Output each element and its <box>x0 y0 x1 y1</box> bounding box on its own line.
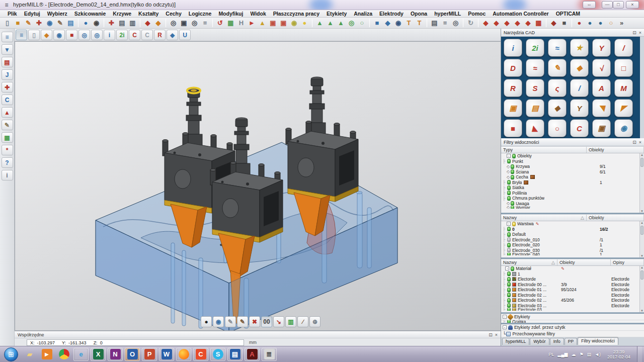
cad-tool-button[interactable]: / <box>570 79 589 97</box>
tree-row[interactable]: ◇ Ściana 6/1 <box>501 169 644 175</box>
tree-row[interactable]: ├ 0 16/2 <box>501 227 644 232</box>
taskbar-app-button[interactable]: P <box>142 348 157 361</box>
tree-row[interactable]: ├ Electrode 00 ... 3/9 Electorde <box>501 282 644 288</box>
tree-row[interactable]: ◇ Uwaga <box>501 201 644 207</box>
visibility-bulb-icon[interactable] <box>507 186 511 190</box>
menu-item[interactable]: Cechy <box>162 11 185 17</box>
menu-item[interactable]: Elektrody <box>376 11 407 17</box>
visibility-bulb-icon[interactable] <box>507 248 511 252</box>
toolbar-icon[interactable]: ▲ <box>336 19 346 28</box>
visibility-bulb-icon[interactable] <box>507 288 511 292</box>
visibility-bulb-icon[interactable] <box>507 293 511 297</box>
cad-tool-button[interactable]: ▤ <box>526 99 544 117</box>
toolbar-button[interactable]: ▯ <box>28 30 40 40</box>
cad-tool-button[interactable]: √ <box>592 59 611 77</box>
visibility-bulb-icon[interactable] <box>511 164 514 169</box>
expand-icon[interactable]: - <box>507 154 511 158</box>
tree-row[interactable]: ├ Electrode_020 1 <box>501 242 644 248</box>
taskbar-app-button[interactable]: W <box>159 348 174 361</box>
tree-row[interactable]: ├ Bryła 1 <box>501 180 644 186</box>
show-desktop-button[interactable] <box>637 346 642 362</box>
dock-tab[interactable]: Wybór <box>530 338 549 345</box>
menu-item[interactable]: Wybierz <box>44 11 71 17</box>
filters-column-header[interactable]: Typy Obiekty <box>501 146 644 153</box>
visibility-bulb-icon[interactable] <box>507 298 511 303</box>
tree-row[interactable]: - Warstwa ✎ <box>501 221 644 227</box>
layers-column-header[interactable]: Nazwy△ Obiekty <box>501 214 644 221</box>
toolbar-icon[interactable]: ◉ <box>289 19 299 28</box>
dock-tab[interactable]: Filtry widoczności <box>578 337 618 345</box>
visibility-bulb-icon[interactable] <box>507 237 511 242</box>
toolbar-icon[interactable]: ▲ <box>315 19 325 28</box>
tree-row[interactable]: ◇ Krzywa 9/1 <box>501 164 644 169</box>
viewport-tool-button[interactable]: 00 <box>261 316 272 327</box>
cad-tool-button[interactable]: ≈ <box>526 59 544 77</box>
tray-icon[interactable]: ◄) <box>595 352 601 357</box>
menu-item[interactable]: Płaszczyzna pracy <box>270 11 323 17</box>
tree-row[interactable]: ├ Chmura punktów <box>501 196 644 201</box>
user-labels-group[interactable]: - Etykiety zdef. przez użytk <box>501 324 644 331</box>
visibility-bulb-icon[interactable] <box>511 206 514 209</box>
visibility-bulb-icon[interactable] <box>511 266 514 271</box>
toolbar-icon[interactable]: ▦ <box>226 19 235 28</box>
tree-row[interactable]: ├ Electorde Electorde <box>501 277 644 282</box>
tree-row[interactable]: ├ 1 <box>501 272 644 277</box>
tree-row[interactable]: ├ Electrode_030 /1 <box>501 248 644 253</box>
visibility-bulb-icon[interactable] <box>507 308 511 311</box>
cad-tool-button[interactable]: / <box>614 39 633 57</box>
toolbar-icon[interactable]: T <box>404 19 414 28</box>
toolbar-icon[interactable]: ◆ <box>523 19 533 28</box>
toolbar-icon[interactable]: ↻ <box>466 19 475 28</box>
language-indicator[interactable]: PL <box>548 352 554 357</box>
cad-tool-button[interactable]: □ <box>614 59 633 77</box>
cad-tool-button[interactable]: Y <box>592 39 611 57</box>
taskbar-app-button[interactable]: C <box>193 348 208 361</box>
cad-tool-button[interactable]: ς <box>548 79 567 97</box>
menu-item[interactable]: Kształty <box>135 11 162 17</box>
menu-item[interactable]: Analiza <box>350 11 376 17</box>
coordinates-field[interactable]: X: -103.297 Y: -161.343 Z: 0 <box>27 339 244 346</box>
tree-row[interactable]: ◇ Wymiar <box>501 206 644 209</box>
visibility-bulb-icon[interactable] <box>512 222 516 226</box>
dock-tab[interactable]: Info <box>550 338 564 345</box>
scrollbar[interactable]: ▲▼ <box>639 266 644 312</box>
tray-icon[interactable]: ▂▄▆ <box>557 352 568 357</box>
toolbar-icon[interactable]: ◎ <box>347 19 356 28</box>
left-tool-button[interactable]: ▲ <box>2 107 13 118</box>
toolbar-icon[interactable]: ◎ <box>190 19 199 28</box>
expand-icon[interactable]: - <box>505 266 509 270</box>
cad-tool-button[interactable]: ★ <box>570 39 589 57</box>
toolbar-icon[interactable]: ▲ <box>326 19 335 28</box>
toolbar-button[interactable]: R <box>154 30 166 40</box>
toolbar-icon[interactable]: ● <box>585 19 595 28</box>
toolbar-button[interactable]: ≡ <box>16 30 27 40</box>
visibility-bulb-icon[interactable] <box>507 303 511 308</box>
toolbar-icon[interactable]: ■ <box>559 19 569 28</box>
tree-row[interactable]: ├ Electrode 03 <box>501 308 644 311</box>
tree-row[interactable]: ◇ Cecha <box>501 174 644 180</box>
toolbar-button[interactable]: i <box>104 30 115 40</box>
left-tool-button[interactable]: ? <box>2 157 13 168</box>
menu-item[interactable]: Szkicowanie <box>71 11 109 17</box>
tree-row[interactable]: ├ Punkt <box>501 159 644 164</box>
tree-row[interactable]: ├ Siatka <box>501 185 644 191</box>
dock-tab[interactable]: hyperMILL <box>502 338 529 345</box>
toolbar-icon[interactable]: ○ <box>606 19 616 28</box>
toolbar-button[interactable]: ◎ <box>78 30 90 40</box>
viewport-tool-button[interactable]: ✎ <box>237 316 248 327</box>
viewport-tool-button[interactable]: ● <box>201 316 212 327</box>
cad-tool-button[interactable]: C <box>570 119 589 137</box>
toolbar-icon[interactable]: ◆ <box>513 19 522 28</box>
labels-group[interactable]: - Etykiety <box>501 314 644 320</box>
toolbar-icon[interactable]: ✚ <box>34 19 44 28</box>
dock-tab[interactable]: PP <box>565 338 577 345</box>
cad-tool-button[interactable]: ✎ <box>548 59 567 77</box>
taskbar-app-button[interactable]: N <box>108 348 123 361</box>
visibility-bulb-icon[interactable] <box>507 191 511 195</box>
toolbar-icon[interactable]: ◆ <box>143 19 152 28</box>
toolbar-icon[interactable]: ✎ <box>24 19 33 28</box>
toolbar-icon[interactable]: ● <box>596 19 605 28</box>
toolbar-button[interactable]: ◎ <box>91 30 103 40</box>
visibility-bulb-icon[interactable] <box>512 154 516 158</box>
viewport-tool-button[interactable]: ✎ <box>225 316 236 327</box>
